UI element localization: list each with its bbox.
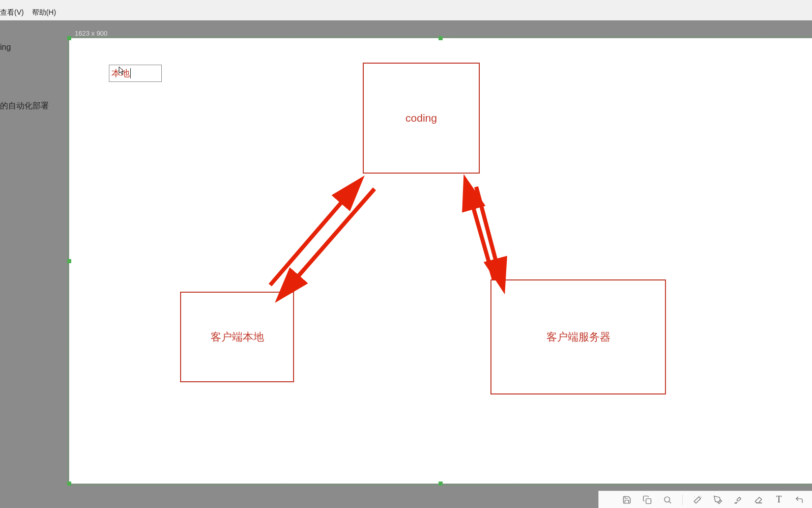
toolbar-separator: [682, 495, 683, 505]
sidebar-title: ing: [0, 43, 11, 52]
resize-handle-bc[interactable]: [439, 482, 443, 486]
diagram-box-coding-label: coding: [405, 112, 437, 124]
menu-bar: 查看(V) 帮助(H): [0, 0, 812, 20]
svg-line-3: [467, 186, 494, 280]
copy-icon[interactable]: [642, 494, 653, 505]
svg-line-2: [476, 187, 502, 283]
search-icon[interactable]: [662, 494, 673, 505]
diagram-box-client-local-label: 客户端本地: [211, 330, 264, 344]
svg-point-5: [664, 497, 670, 502]
svg-line-1: [283, 189, 374, 294]
svg-rect-4: [646, 498, 651, 503]
menu-help-label: 帮助(H): [32, 8, 56, 16]
eraser-icon[interactable]: [753, 494, 764, 505]
svg-line-6: [669, 501, 671, 503]
save-icon[interactable]: [621, 494, 632, 505]
diagram-box-client-local[interactable]: 客户端本地: [180, 292, 294, 382]
pen-icon[interactable]: [712, 494, 723, 505]
text-tool-label: T: [776, 494, 782, 505]
canvas[interactable]: 本地 coding 客户端本地 客户端服务器: [69, 38, 812, 484]
svg-line-0: [270, 185, 357, 285]
menu-help[interactable]: 帮助(H): [32, 8, 56, 17]
resize-handle-ml[interactable]: [67, 259, 71, 263]
text-edit-input[interactable]: 本地: [109, 65, 162, 82]
resize-handle-tl[interactable]: [67, 36, 71, 40]
diagram-box-client-server[interactable]: 客户端服务器: [490, 279, 666, 394]
bottom-toolbar: T: [598, 491, 812, 508]
resize-handle-bl[interactable]: [67, 482, 71, 486]
undo-icon[interactable]: [794, 494, 805, 505]
text-tool-icon[interactable]: T: [773, 494, 785, 505]
sidebar-item-deploy: 的自动化部署: [0, 101, 49, 111]
text-caret: [130, 68, 131, 78]
resize-handle-tc[interactable]: [439, 36, 443, 40]
canvas-dimensions: 1623 x 900: [75, 30, 107, 37]
mouse-cursor-icon: [119, 66, 126, 75]
magic-wand-icon[interactable]: [692, 494, 703, 505]
highlighter-icon[interactable]: [733, 494, 744, 505]
menu-view-label: 查看(V): [0, 8, 24, 16]
menu-view[interactable]: 查看(V): [0, 8, 24, 17]
diagram-box-coding[interactable]: coding: [363, 63, 480, 174]
diagram-box-client-server-label: 客户端服务器: [546, 330, 611, 344]
